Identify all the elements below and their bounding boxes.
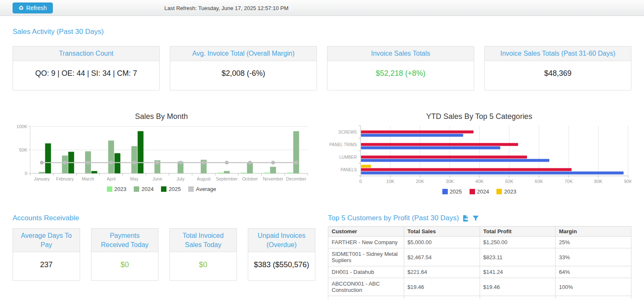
ar-card-label: Total Invoiced Sales Today bbox=[170, 229, 236, 252]
ar-card-payments-received-today: Payments Received Today $0 bbox=[91, 228, 158, 281]
refresh-icon: ♻ bbox=[18, 5, 24, 11]
cell-customer: DH001 - Datahub bbox=[328, 266, 404, 278]
ytd-categories-chart: YTD Sales By Top 5 Categories 010K20K30K… bbox=[327, 112, 631, 195]
legend-label: 2023 bbox=[504, 188, 516, 195]
cell-total-sales: $5,000.00 bbox=[404, 237, 480, 248]
kpi-card-transaction-count: Transaction Count QO: 9 | OE: 44 | SI: 3… bbox=[13, 46, 160, 90]
accounts-receivable-section: Accounts Receivable Average Days To Pay … bbox=[13, 214, 315, 299]
legend-label: 2023 bbox=[114, 186, 127, 192]
svg-text:LUMBER: LUMBER bbox=[339, 155, 357, 160]
kpi-card-label: Avg. Invoice Total (Overall Margin) bbox=[170, 46, 317, 61]
last-refresh-text: Last Refresh: Tuesday, June 17, 2025 12:… bbox=[164, 5, 288, 11]
cell-margin: -12% bbox=[556, 296, 631, 299]
ar-card-total-invoiced-sales-today: Total Invoiced Sales Today $0 bbox=[169, 228, 237, 281]
kpi-card-invoice-sales-totals: Invoice Sales Totals $52,218 (+8%) bbox=[327, 46, 474, 90]
ar-card-label: Unpaid Invoices (Overdue) bbox=[248, 229, 315, 252]
cell-total-profit: $1,250.00 bbox=[480, 237, 556, 248]
ar-card-unpaid-invoices-overdue: Unpaid Invoices (Overdue) $383 ($550,576… bbox=[248, 228, 315, 281]
ar-card-value: $0 bbox=[91, 252, 158, 280]
kpi-card-invoice-sales-totals-31-60: Invoice Sales Totals (Past 31-60 Days) $… bbox=[484, 46, 631, 90]
ar-card-label: Average Days To Pay bbox=[13, 229, 80, 252]
filter-icon[interactable] bbox=[472, 215, 479, 222]
table-row: ABCCON001 - ABC Construction $19.46 $19.… bbox=[328, 278, 631, 296]
col-header-total-sales: Total Sales bbox=[404, 227, 480, 237]
legend-item-2025: 2025 bbox=[442, 188, 462, 195]
cell-total-sales: $19.46 bbox=[404, 278, 480, 296]
cell-total-sales: $221.64 bbox=[404, 266, 480, 278]
svg-text:December: December bbox=[286, 176, 306, 181]
svg-text:February: February bbox=[56, 176, 74, 181]
kpi-card-avg-invoice-total: Avg. Invoice Total (Overall Margin) $2,0… bbox=[170, 46, 317, 90]
legend-label: 2024 bbox=[141, 186, 153, 192]
col-header-margin: Margin bbox=[556, 227, 631, 237]
kpi-card-label: Transaction Count bbox=[13, 46, 159, 61]
col-header-total-profit: Total Profit bbox=[480, 227, 556, 237]
ytd-categories-title: YTD Sales By Top 5 Categories bbox=[327, 112, 631, 122]
topbar: ♻ Refresh Last Refresh: Tuesday, June 17… bbox=[0, 0, 644, 16]
svg-text:PANEL TRIMS: PANEL TRIMS bbox=[330, 142, 357, 147]
kpi-card-value: $52,218 (+8%) bbox=[327, 61, 474, 90]
top-customers-title: Top 5 Customers by Profit (Past 30 Days) bbox=[328, 214, 459, 222]
legend-item-2023: 2023 bbox=[496, 188, 516, 195]
table-row: DH001 - Datahub $221.64 $141.24 64% bbox=[328, 266, 631, 278]
refresh-button-label: Refresh bbox=[26, 5, 47, 11]
cell-margin: 100% bbox=[556, 278, 631, 296]
svg-text:70K: 70K bbox=[564, 179, 573, 184]
cell-customer: SIDMET001 - Sidney Metal Supliers bbox=[328, 248, 404, 266]
legend-label: Average bbox=[196, 186, 216, 192]
svg-text:80K: 80K bbox=[594, 179, 602, 184]
legend-swatch bbox=[107, 186, 112, 192]
cell-total-profit: ($5,228.69) bbox=[480, 296, 556, 299]
svg-text:July: July bbox=[177, 176, 184, 181]
svg-text:October: October bbox=[242, 176, 258, 181]
table-row: FARTHER - New Company $5,000.00 $1,250.0… bbox=[328, 237, 631, 248]
sales-by-month-title: Sales By Month bbox=[13, 112, 310, 122]
sales-by-month-legend: 202320242025Average bbox=[13, 186, 310, 192]
accounts-receivable-title: Accounts Receivable bbox=[13, 214, 315, 222]
export-icon[interactable] bbox=[462, 215, 469, 222]
svg-text:September: September bbox=[216, 176, 238, 181]
cell-margin: 33% bbox=[556, 248, 631, 266]
svg-text:November: November bbox=[263, 176, 283, 181]
cell-total-sales: $2,467.54 bbox=[404, 248, 480, 266]
col-header-customer: Customer bbox=[328, 227, 404, 237]
cell-margin: 64% bbox=[556, 266, 631, 278]
legend-item-2025: 2025 bbox=[161, 186, 181, 192]
kpi-card-label: Invoice Sales Totals (Past 31-60 Days) bbox=[485, 46, 631, 61]
cell-margin: 25% bbox=[556, 237, 631, 248]
kpi-card-value: $48,369 bbox=[485, 61, 631, 90]
cell-total-profit: $141.24 bbox=[480, 266, 556, 278]
top-customers-title-row: Top 5 Customers by Profit (Past 30 Days) bbox=[328, 214, 631, 222]
svg-text:50K: 50K bbox=[505, 179, 514, 184]
svg-text:100K: 100K bbox=[16, 124, 27, 129]
cell-total-profit: $19.46 bbox=[480, 278, 556, 296]
top-customers-section: Top 5 Customers by Profit (Past 30 Days)… bbox=[328, 214, 631, 299]
svg-text:April: April bbox=[107, 176, 116, 181]
sales-by-month-chart: Sales By Month 050K100KJanuaryFebruaryMa… bbox=[13, 112, 310, 195]
svg-text:May: May bbox=[130, 176, 139, 181]
legend-label: 2024 bbox=[477, 188, 489, 195]
svg-text:10K: 10K bbox=[386, 179, 395, 184]
svg-text:40K: 40K bbox=[475, 179, 484, 184]
legend-item-2024: 2024 bbox=[470, 188, 489, 195]
ar-card-average-days-to-pay: Average Days To Pay 237 bbox=[13, 228, 80, 281]
refresh-button[interactable]: ♻ Refresh bbox=[13, 3, 53, 13]
charts-row: Sales By Month 050K100KJanuaryFebruaryMa… bbox=[13, 112, 631, 195]
table-row: TEST001 - Test $44,497.69 ($5,228.69) -1… bbox=[328, 296, 631, 299]
svg-text:August: August bbox=[197, 176, 210, 181]
cell-total-sales: $44,497.69 bbox=[404, 296, 480, 299]
legend-label: 2025 bbox=[450, 188, 462, 195]
svg-text:20K: 20K bbox=[416, 179, 424, 184]
legend-swatch bbox=[442, 189, 448, 194]
legend-swatch bbox=[134, 186, 139, 192]
svg-text:30K: 30K bbox=[446, 179, 454, 184]
svg-text:PANELS: PANELS bbox=[340, 168, 357, 172]
accounts-receivable-cards: Average Days To Pay 237 Payments Receive… bbox=[13, 228, 315, 281]
svg-text:60K: 60K bbox=[535, 179, 543, 184]
sales-by-month-plot: 050K100KJanuaryFebruaryMarchAprilMayJune… bbox=[13, 122, 310, 183]
sales-activity-title: Sales Activity (Past 30 Days) bbox=[13, 28, 631, 36]
cell-customer: FARTHER - New Company bbox=[328, 237, 404, 248]
sales-activity-cards: Transaction Count QO: 9 | OE: 44 | SI: 3… bbox=[13, 46, 631, 90]
ar-card-label: Payments Received Today bbox=[91, 229, 158, 252]
svg-text:June: June bbox=[153, 176, 162, 181]
